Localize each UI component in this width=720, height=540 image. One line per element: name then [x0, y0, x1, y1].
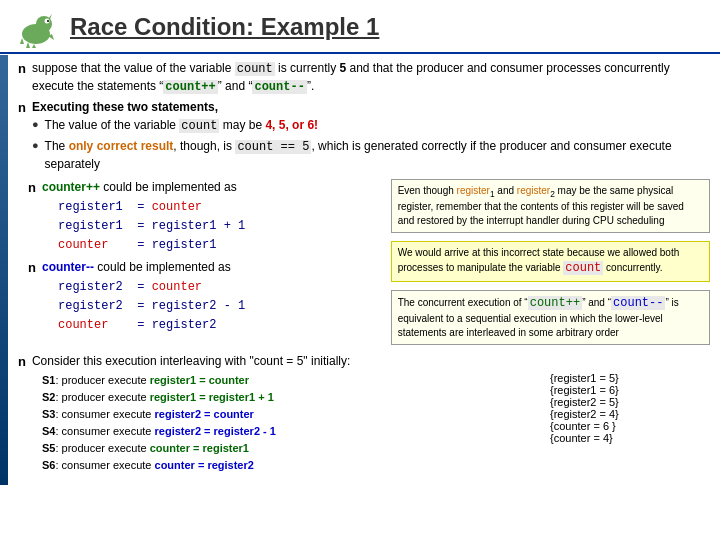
code-count2: count	[179, 119, 219, 133]
s4-result: {register2 = 4}	[550, 408, 710, 420]
bullets-3-4-container: n counter++ could be implemented as regi…	[28, 179, 710, 349]
bullet1: n suppose that the value of the variable…	[18, 60, 710, 96]
sub-bullet1: ● The value of the variable count may be…	[32, 117, 710, 135]
only-correct-result: only correct result	[69, 139, 174, 153]
s2-result: {register1 = 6}	[550, 384, 710, 396]
bullet3-code: register1 = counter register1 = register…	[58, 198, 383, 256]
infobox3: The concurrent execution of “count++” an…	[391, 290, 710, 345]
bullet5-label: Consider this execution interleaving wit…	[32, 353, 350, 370]
counter-pp-label: counter++	[42, 180, 100, 194]
bullet2-label: Executing these two statements,	[32, 100, 218, 114]
s4-row: S4: consumer execute register2 = registe…	[42, 423, 550, 440]
s1-row: S1: producer execute register1 = counter	[42, 372, 550, 389]
bullet1-marker: n	[18, 61, 26, 76]
col-left-code: n counter++ could be implemented as regi…	[28, 179, 383, 349]
sub-bullet2-marker: ●	[32, 139, 39, 151]
code-countmm: count--	[252, 80, 306, 94]
main-content: n suppose that the value of the variable…	[0, 54, 720, 478]
col-right-info: Even though register1 and register2 may …	[391, 179, 710, 349]
s5-row: S5: producer execute counter = register1	[42, 440, 550, 457]
bullet4-marker: n	[28, 260, 36, 275]
s5-result: {counter = 6 }	[550, 420, 710, 432]
s-col-statements: S1: producer execute register1 = counter…	[42, 372, 550, 474]
bullet4: n counter-- could be implemented as	[28, 259, 383, 276]
bullet4-code: register2 = counter register2 = register…	[58, 278, 383, 336]
code4-line1: register2 = counter	[58, 278, 383, 297]
sub-bullet1-marker: ●	[32, 118, 39, 130]
code-count1: count	[235, 62, 275, 76]
s1-result: {register1 = 5}	[550, 372, 710, 384]
sub-bullet1-text: The value of the variable count may be 4…	[45, 117, 318, 135]
dino-icon	[12, 6, 60, 48]
code-countpp: count++	[163, 80, 217, 94]
sub-bullet2-text: The only correct result, though, is coun…	[45, 138, 710, 173]
code3-line2: register1 = register1 + 1	[58, 217, 383, 236]
bullet2-marker: n	[18, 100, 26, 115]
code4-line3: counter = register2	[58, 316, 383, 335]
infobox2: We would arrive at this incorrect state …	[391, 241, 710, 282]
header: Race Condition: Example 1	[0, 0, 720, 54]
s3-result: {register2 = 5}	[550, 396, 710, 408]
bullet5-header: n Consider this execution interleaving w…	[18, 353, 710, 370]
code3-line1: register1 = counter	[58, 198, 383, 217]
bullet2-content: Executing these two statements, ● The va…	[32, 99, 710, 176]
s2-row: S2: producer execute register1 = registe…	[42, 389, 550, 406]
code-count-eq: count == 5	[235, 140, 311, 154]
svg-point-3	[47, 20, 49, 22]
slide: Race Condition: Example 1 n suppose that…	[0, 0, 720, 540]
code4-line2: register2 = register2 - 1	[58, 297, 383, 316]
bullet3: n counter++ could be implemented as	[28, 179, 383, 196]
bullet3-marker: n	[28, 180, 36, 195]
bullet3-label: counter++ could be implemented as	[42, 179, 237, 196]
slide-title: Race Condition: Example 1	[70, 13, 379, 41]
bullet2: n Executing these two statements, ● The …	[18, 99, 710, 176]
s-col-results: {register1 = 5} {register1 = 6} {registe…	[550, 372, 710, 474]
bullet5-marker: n	[18, 354, 26, 369]
bullet1-text: suppose that the value of the variable c…	[32, 60, 710, 96]
s-table: S1: producer execute register1 = counter…	[42, 372, 710, 474]
code3-line3: counter = register1	[58, 236, 383, 255]
s6-row: S6: consumer execute counter = register2	[42, 457, 550, 474]
s6-result: {counter = 4}	[550, 432, 710, 444]
infobox1: Even though register1 and register2 may …	[391, 179, 710, 234]
s3-row: S3: consumer execute register2 = counter	[42, 406, 550, 423]
counter-mm-label: counter--	[42, 260, 94, 274]
bullet5: n Consider this execution interleaving w…	[18, 353, 710, 474]
bullet4-label: counter-- could be implemented as	[42, 259, 231, 276]
bullet3-rest: could be implemented as	[103, 180, 236, 194]
sub-bullet2: ● The only correct result, though, is co…	[32, 138, 710, 173]
bullet4-rest: could be implemented as	[97, 260, 230, 274]
